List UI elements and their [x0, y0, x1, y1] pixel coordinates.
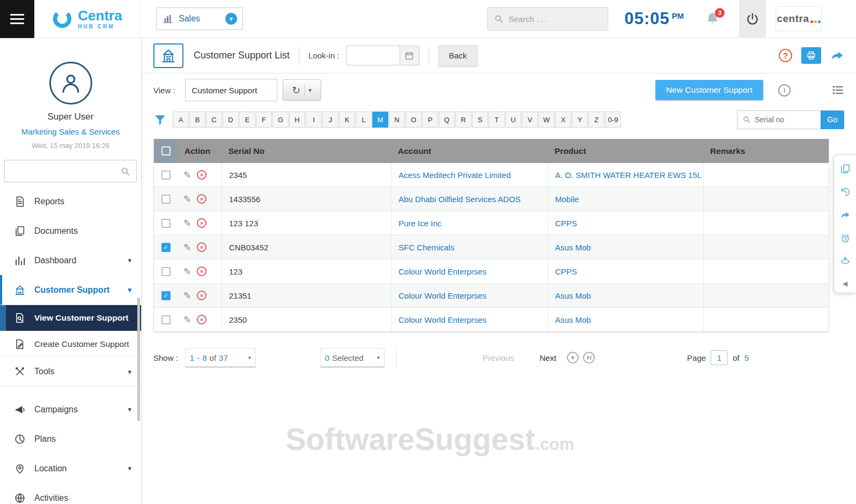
letter-filter-Q[interactable]: Q [439, 112, 455, 128]
sidebar-item-view-customer-support[interactable]: View Customer Support [0, 305, 141, 331]
calendar-icon[interactable] [400, 46, 419, 65]
letter-filter-Z[interactable]: Z [588, 112, 604, 128]
account-link[interactable]: Colour World Enterprses [399, 267, 486, 276]
letter-filter-R[interactable]: R [455, 112, 471, 128]
back-button[interactable]: Back [438, 45, 478, 66]
letter-filter-I[interactable]: I [306, 112, 322, 128]
selected-count-select[interactable]: 0 Selected ▾ [320, 348, 385, 367]
copy-icon[interactable] [840, 164, 851, 174]
page-size-select[interactable]: 1 - 8 of 37 ▾ [185, 348, 256, 367]
last-page-icon[interactable] [583, 352, 595, 364]
account-link[interactable]: SFC Chemicals [399, 243, 454, 252]
sidebar-item-customer-support[interactable]: Customer Support▾ [0, 275, 141, 305]
edit-icon[interactable]: ✎ [183, 290, 191, 301]
letter-filter-H[interactable]: H [289, 112, 305, 128]
hamburger-menu-button[interactable] [0, 0, 34, 38]
row-checkbox[interactable]: ✓ [161, 291, 171, 300]
row-checkbox[interactable] [161, 315, 171, 324]
row-checkbox[interactable] [161, 195, 171, 204]
edit-icon[interactable]: ✎ [183, 266, 191, 277]
row-checkbox[interactable] [161, 219, 171, 228]
avatar[interactable] [49, 62, 92, 105]
product-link[interactable]: Asus Mob [555, 291, 591, 300]
sidebar-item-tools[interactable]: Tools▾ [0, 357, 141, 387]
user-role-link[interactable]: Marketing Sales & Services [0, 127, 141, 136]
delete-icon[interactable]: × [197, 266, 206, 276]
delete-icon[interactable]: × [197, 315, 206, 324]
sidebar-search-input[interactable] [11, 167, 120, 176]
account-link[interactable]: Acess Meditech Private Limited [399, 171, 511, 180]
letter-filter-X[interactable]: X [555, 112, 571, 128]
info-icon[interactable]: i [778, 84, 791, 97]
help-icon[interactable]: ? [779, 49, 792, 62]
letter-filter-E[interactable]: E [239, 112, 255, 128]
sidebar-item-reports[interactable]: Reports [0, 187, 141, 216]
sidebar-item-dashboard[interactable]: Dashboard▾ [0, 246, 141, 275]
edit-icon[interactable]: ✎ [183, 314, 191, 325]
letter-filter-P[interactable]: P [422, 112, 438, 128]
letter-filter-K[interactable]: K [339, 112, 355, 128]
row-checkbox[interactable] [161, 267, 171, 276]
module-selector[interactable]: Sales ▾ [156, 8, 243, 30]
letter-filter-A[interactable]: A [173, 112, 189, 128]
delete-icon[interactable]: × [197, 291, 206, 300]
previous-button[interactable]: Previous [483, 353, 514, 362]
account-link[interactable]: Abu Dhabi Oilfield Services ADOS [399, 195, 521, 204]
delete-icon[interactable]: × [197, 194, 206, 204]
letter-filter-V[interactable]: V [522, 112, 538, 128]
edit-icon[interactable]: ✎ [183, 242, 191, 253]
letter-filter-G[interactable]: G [272, 112, 289, 128]
account-link[interactable]: Pure Ice Inc [399, 219, 441, 228]
share-button[interactable] [830, 49, 844, 63]
letter-filter-J[interactable]: J [322, 112, 338, 128]
product-link[interactable]: CPPS [555, 267, 577, 276]
history-icon[interactable] [840, 187, 851, 197]
rotate-360-icon[interactable] [840, 256, 851, 266]
edit-icon[interactable]: ✎ [183, 194, 191, 205]
global-search-input[interactable] [508, 14, 601, 24]
delete-icon[interactable]: × [197, 218, 206, 228]
product-link[interactable]: CPPS [555, 219, 577, 228]
letter-filter-F[interactable]: F [256, 112, 272, 128]
row-checkbox[interactable] [161, 171, 171, 180]
letter-filter-U[interactable]: U [505, 112, 521, 128]
sidebar-item-create-customer-support[interactable]: Create Customer Support [0, 331, 141, 357]
sidebar-item-location[interactable]: Location▾ [0, 454, 141, 483]
refresh-button[interactable]: ↻ ▾ [283, 79, 321, 101]
letter-filter-B[interactable]: B [189, 112, 205, 128]
letter-filter-O[interactable]: O [405, 112, 422, 128]
product-link[interactable]: A. O. SMITH WATER HEATER EWS 15L [555, 171, 702, 180]
sidebar-item-documents[interactable]: Documents [0, 216, 141, 246]
account-link[interactable]: Colour World Enterprses [399, 291, 486, 300]
letter-filter-T[interactable]: T [489, 112, 505, 128]
row-checkbox[interactable]: ✓ [161, 243, 171, 252]
product-link[interactable]: Asus Mob [555, 315, 591, 324]
edit-icon[interactable]: ✎ [183, 218, 191, 229]
letter-filter-M[interactable]: M [372, 112, 388, 128]
product-link[interactable]: Asus Mob [555, 243, 591, 252]
share-icon[interactable] [840, 210, 851, 220]
list-view-button[interactable] [831, 84, 844, 97]
letter-filter-S[interactable]: S [472, 112, 488, 128]
lookin-date-input[interactable] [346, 46, 400, 65]
collapse-left-icon[interactable]: ◀ [843, 280, 847, 287]
reminder-icon[interactable] [840, 233, 851, 243]
sidebar-item-plans[interactable]: Plans [0, 424, 141, 454]
sidebar-scrollbar[interactable] [137, 298, 140, 421]
product-link[interactable]: Mobile [555, 195, 579, 204]
new-customer-support-button[interactable]: New Customer Support [655, 80, 763, 100]
letter-filter-N[interactable]: N [389, 112, 405, 128]
select-all-checkbox[interactable] [161, 146, 171, 155]
letter-filter-Y[interactable]: Y [572, 112, 588, 128]
next-page-icon[interactable] [567, 352, 579, 364]
letter-filter-W[interactable]: W [538, 112, 555, 128]
delete-icon[interactable]: × [197, 242, 206, 252]
filter-button[interactable] [153, 113, 167, 127]
edit-icon[interactable]: ✎ [183, 169, 191, 181]
logout-button[interactable] [739, 0, 766, 38]
letter-filter-0-9[interactable]: 0-9 [605, 112, 621, 128]
next-button[interactable]: Next [540, 353, 556, 362]
serial-search-input[interactable] [755, 115, 816, 124]
letter-filter-C[interactable]: C [206, 112, 222, 128]
view-select-input[interactable] [185, 79, 277, 101]
